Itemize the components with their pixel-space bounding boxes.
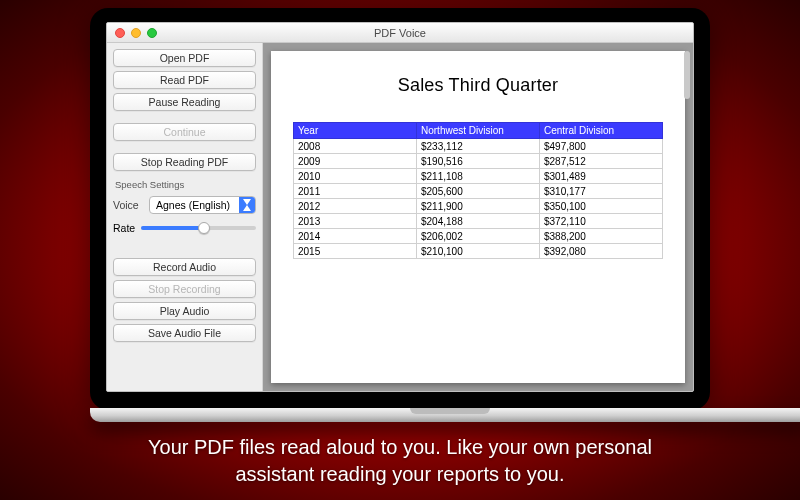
col-central: Central Division (540, 123, 663, 139)
voice-selected-value: Agnes (English) (156, 199, 230, 211)
window-controls (107, 28, 157, 38)
table-cell: $190,516 (417, 154, 540, 169)
col-year: Year (294, 123, 417, 139)
select-arrows-icon (239, 197, 255, 213)
table-row: 2015$210,100$392,080 (294, 244, 663, 259)
laptop-base (90, 408, 800, 422)
table-cell: $211,900 (417, 199, 540, 214)
rate-slider-fill (141, 226, 204, 230)
table-row: 2010$211,108$301,489 (294, 169, 663, 184)
table-row: 2013$204,188$372,110 (294, 214, 663, 229)
zoom-icon[interactable] (147, 28, 157, 38)
close-icon[interactable] (115, 28, 125, 38)
record-audio-button[interactable]: Record Audio (113, 258, 256, 276)
caption-line-2: assistant reading your reports to you. (235, 463, 564, 485)
save-audio-button[interactable]: Save Audio File (113, 324, 256, 342)
table-cell: $301,489 (540, 169, 663, 184)
sales-table: Year Northwest Division Central Division… (293, 122, 663, 259)
window-titlebar[interactable]: PDF Voice (107, 23, 693, 43)
table-cell: $211,108 (417, 169, 540, 184)
col-northwest: Northwest Division (417, 123, 540, 139)
control-sidebar: Open PDF Read PDF Pause Reading Continue… (107, 43, 263, 391)
table-cell: $206,002 (417, 229, 540, 244)
table-cell: $310,177 (540, 184, 663, 199)
table-row: 2014$206,002$388,200 (294, 229, 663, 244)
viewer-scrollbar[interactable] (684, 51, 690, 383)
laptop-screen-bezel: PDF Voice Open PDF Read PDF Pause Readin… (90, 8, 710, 410)
continue-button[interactable]: Continue (113, 123, 256, 141)
table-row: 2012$211,900$350,100 (294, 199, 663, 214)
table-header-row: Year Northwest Division Central Division (294, 123, 663, 139)
window-body: Open PDF Read PDF Pause Reading Continue… (107, 43, 693, 391)
rate-row: Rate (113, 220, 256, 240)
table-row: 2011$205,600$310,177 (294, 184, 663, 199)
scrollbar-thumb[interactable] (684, 51, 690, 99)
table-cell: $287,512 (540, 154, 663, 169)
laptop-mock: PDF Voice Open PDF Read PDF Pause Readin… (90, 8, 710, 422)
table-cell: $233,112 (417, 139, 540, 154)
open-pdf-button[interactable]: Open PDF (113, 49, 256, 67)
document-viewer[interactable]: Sales Third Quarter Year Northwest Divis… (263, 43, 693, 391)
window-title: PDF Voice (107, 27, 693, 39)
table-cell: 2010 (294, 169, 417, 184)
pause-reading-button[interactable]: Pause Reading (113, 93, 256, 111)
stop-recording-button[interactable]: Stop Recording (113, 280, 256, 298)
table-row: 2009$190,516$287,512 (294, 154, 663, 169)
speech-settings-label: Speech Settings (113, 175, 256, 190)
rate-label: Rate (113, 222, 135, 234)
table-cell: $210,100 (417, 244, 540, 259)
table-cell: $388,200 (540, 229, 663, 244)
table-cell: 2012 (294, 199, 417, 214)
app-window: PDF Voice Open PDF Read PDF Pause Readin… (106, 22, 694, 392)
document-title: Sales Third Quarter (293, 75, 663, 96)
table-cell: 2013 (294, 214, 417, 229)
table-cell: 2011 (294, 184, 417, 199)
table-body: 2008$233,112$497,8002009$190,516$287,512… (294, 139, 663, 259)
voice-select[interactable]: Agnes (English) (149, 196, 256, 214)
table-cell: 2014 (294, 229, 417, 244)
pdf-page: Sales Third Quarter Year Northwest Divis… (271, 51, 685, 383)
voice-label: Voice (113, 199, 143, 211)
table-cell: 2015 (294, 244, 417, 259)
caption-line-1: Your PDF files read aloud to you. Like y… (148, 436, 652, 458)
rate-slider[interactable] (141, 226, 256, 230)
promo-caption: Your PDF files read aloud to you. Like y… (0, 434, 800, 488)
stop-reading-button[interactable]: Stop Reading PDF (113, 153, 256, 171)
voice-row: Voice Agnes (English) (113, 194, 256, 216)
play-audio-button[interactable]: Play Audio (113, 302, 256, 320)
table-cell: $392,080 (540, 244, 663, 259)
table-cell: $350,100 (540, 199, 663, 214)
table-cell: 2008 (294, 139, 417, 154)
table-cell: $372,110 (540, 214, 663, 229)
table-row: 2008$233,112$497,800 (294, 139, 663, 154)
read-pdf-button[interactable]: Read PDF (113, 71, 256, 89)
promo-background: PDF Voice Open PDF Read PDF Pause Readin… (0, 0, 800, 500)
table-cell: $204,188 (417, 214, 540, 229)
table-cell: $497,800 (540, 139, 663, 154)
rate-slider-thumb[interactable] (198, 222, 210, 234)
table-cell: 2009 (294, 154, 417, 169)
table-cell: $205,600 (417, 184, 540, 199)
minimize-icon[interactable] (131, 28, 141, 38)
